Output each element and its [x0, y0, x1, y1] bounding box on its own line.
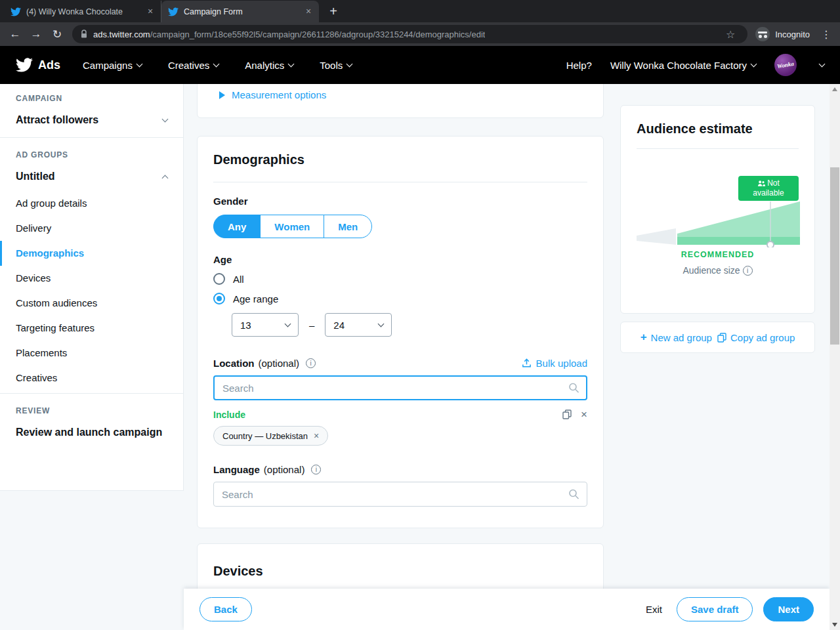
radio-checked-icon[interactable] [213, 293, 225, 304]
info-icon[interactable]: i [743, 266, 753, 276]
gender-option-men[interactable]: Men [324, 215, 372, 238]
sidebar-campaign-toggle[interactable]: Attract followers [0, 107, 183, 135]
browser-tab-1[interactable]: (4) Willy Wonka Chocolate × [4, 1, 161, 22]
nav-tools-label: Tools [320, 60, 343, 71]
avatar-text: Wonka [776, 60, 794, 70]
language-search-input[interactable] [213, 482, 587, 507]
sidebar-item-ad-group-details[interactable]: Ad group details [0, 191, 183, 216]
radio-unchecked-icon[interactable] [213, 273, 225, 285]
scroll-down-arrow-icon[interactable] [832, 623, 837, 627]
twitter-favicon [168, 7, 178, 17]
sidebar-item-placements[interactable]: Placements [0, 341, 183, 366]
disclosure-triangle-icon [219, 91, 225, 99]
location-search-input[interactable] [213, 375, 587, 400]
url-bar[interactable]: ads.twitter.com/campaign_form/18ce55f92l… [72, 25, 747, 43]
nav-creatives[interactable]: Creatives [168, 60, 219, 71]
bookmark-star-icon[interactable]: ☆ [721, 28, 740, 41]
age-from-select[interactable]: 13 [232, 313, 299, 337]
recommended-label: RECOMMENDED [637, 250, 799, 259]
info-icon[interactable]: i [311, 465, 321, 474]
copy-targeting-icon[interactable] [562, 410, 572, 419]
browser-tab-2-active[interactable]: Campaign Form × [161, 1, 319, 22]
language-label: Language [213, 464, 260, 475]
brand-label: Ads [38, 58, 60, 72]
sidebar-item-review-launch[interactable]: Review and launch campaign [0, 419, 183, 447]
gender-option-women[interactable]: Women [260, 215, 324, 238]
url-domain: ads.twitter.com [93, 30, 150, 39]
footer-bar: Back Exit Save draft Next [184, 589, 830, 630]
search-icon [568, 383, 579, 394]
scroll-up-arrow-icon[interactable] [832, 87, 837, 91]
tab-close-icon[interactable]: × [303, 7, 314, 17]
remove-chip-icon[interactable]: × [314, 431, 319, 440]
age-label: Age [213, 254, 587, 265]
sidebar-item-demographics[interactable]: Demographics [0, 241, 183, 266]
location-chip[interactable]: Country — Uzbekistan × [213, 426, 328, 446]
new-tab-button[interactable]: + [324, 2, 343, 20]
language-optional-label: (optional) [264, 464, 305, 475]
sidebar-item-creatives[interactable]: Creatives [0, 366, 183, 390]
clear-include-icon[interactable]: × [581, 409, 587, 420]
audience-estimate-title: Audience estimate [637, 121, 799, 136]
age-range-option[interactable]: Age range [213, 293, 587, 304]
tab-title: Campaign Form [184, 7, 298, 16]
location-label: Location [213, 358, 255, 369]
nav-tools[interactable]: Tools [320, 60, 352, 71]
browser-tabstrip: (4) Willy Wonka Chocolate × Campaign For… [0, 0, 840, 22]
demographics-title: Demographics [213, 152, 587, 167]
language-search-wrap [213, 482, 587, 507]
sidebar-adgroups-header: AD GROUPS [0, 140, 183, 163]
next-button[interactable]: Next [763, 597, 814, 621]
copy-ad-group-link[interactable]: Copy ad group [717, 332, 795, 343]
devices-title: Devices [213, 564, 587, 579]
sidebar-item-custom-audiences[interactable]: Custom audiences [0, 291, 183, 316]
chevron-down-icon [136, 60, 142, 67]
chevron-down-icon [346, 60, 353, 67]
nav-analytics[interactable]: Analytics [245, 60, 293, 71]
sidebar-item-delivery[interactable]: Delivery [0, 216, 183, 241]
demographics-card: Demographics Gender Any Women Men Age Al… [197, 136, 604, 528]
info-icon[interactable]: i [306, 358, 316, 368]
tab-close-icon[interactable]: × [145, 7, 156, 17]
back-icon[interactable]: ← [5, 24, 25, 44]
sidebar-adgroup-toggle[interactable]: Untitled [0, 163, 183, 191]
age-all-option[interactable]: All [213, 273, 587, 285]
gender-segmented-control: Any Women Men [213, 215, 372, 238]
bulk-upload-link[interactable]: Bulk upload [522, 358, 587, 369]
scrollbar-thumb[interactable] [830, 167, 839, 345]
chevron-down-icon[interactable] [819, 60, 826, 67]
save-draft-button[interactable]: Save draft [677, 597, 753, 621]
age-range-dash: – [309, 320, 314, 331]
help-link[interactable]: Help? [566, 60, 592, 71]
age-range-selects: 13 – 24 [213, 313, 587, 337]
back-button[interactable]: Back [200, 597, 252, 621]
browser-menu-icon[interactable]: ⋮ [818, 28, 835, 41]
review-item-label: Review and launch campaign [16, 427, 162, 438]
page-scrollbar[interactable] [830, 84, 840, 630]
ads-home-link[interactable]: Ads [16, 56, 60, 74]
twitter-favicon [10, 7, 21, 17]
reload-icon[interactable]: ↻ [47, 24, 67, 44]
chevron-up-icon [162, 175, 169, 181]
not-available-badge: Not available [738, 176, 799, 201]
include-label: Include [213, 410, 245, 420]
avatar[interactable]: Wonka [774, 54, 797, 76]
sidebar-item-devices[interactable]: Devices [0, 266, 183, 291]
forward-icon[interactable]: → [26, 24, 46, 44]
age-to-select[interactable]: 24 [325, 313, 392, 337]
measurement-options-toggle[interactable]: Measurement options [219, 89, 326, 100]
divider [0, 137, 183, 138]
page-content: CAMPAIGN Attract followers AD GROUPS Unt… [0, 84, 840, 630]
sidebar: CAMPAIGN Attract followers AD GROUPS Unt… [0, 84, 184, 491]
padlock-icon [80, 30, 88, 39]
sidebar-item-targeting-features[interactable]: Targeting features [0, 316, 183, 341]
chevron-down-icon [285, 320, 291, 327]
nav-campaigns[interactable]: Campaigns [83, 60, 142, 71]
account-menu[interactable]: Willy Wonka Chocolate Factory [610, 60, 756, 71]
new-ad-group-link[interactable]: + New ad group [640, 331, 712, 344]
divider [0, 393, 183, 394]
audience-size-label: Audience size [682, 265, 740, 276]
exit-link[interactable]: Exit [646, 604, 662, 615]
gender-option-any[interactable]: Any [213, 215, 261, 238]
audience-chart: Not available [637, 154, 799, 247]
